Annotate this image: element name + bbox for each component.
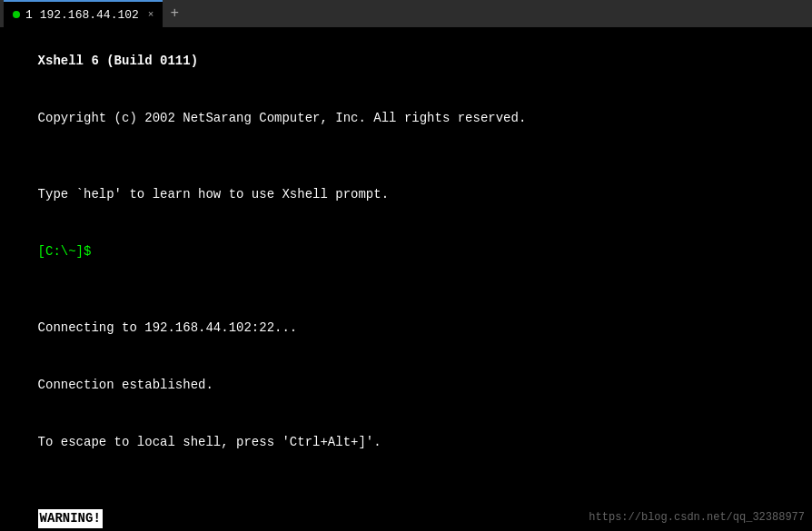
terminal-line-blank-2 <box>7 280 805 300</box>
tab-status-dot <box>13 11 20 18</box>
terminal-prompt-line: [C:\~]$ <box>7 223 805 280</box>
tab-close-button[interactable]: × <box>148 9 154 20</box>
terminal-line-blank-1 <box>7 147 805 166</box>
new-tab-button[interactable]: + <box>164 5 184 22</box>
terminal-line-8: Connection established. <box>7 357 805 414</box>
warning-badge: WARNING! <box>38 509 103 528</box>
terminal-window[interactable]: Xshell 6 (Build 0111) Copyright (c) 2002… <box>0 27 812 531</box>
tab-label: 1 192.168.44.102 <box>25 8 139 22</box>
terminal-line-2: Copyright (c) 2002 NetSarang Computer, I… <box>7 90 805 147</box>
title-bar: 1 192.168.44.102 × + <box>0 0 812 27</box>
terminal-line-9: To escape to local shell, press 'Ctrl+Al… <box>7 414 805 471</box>
terminal-line-7: Connecting to 192.168.44.102:22... <box>7 300 805 357</box>
terminal-line-4: Type `help' to learn how to use Xshell p… <box>7 166 805 223</box>
active-tab[interactable]: 1 192.168.44.102 × <box>4 0 163 27</box>
terminal-line-1: Xshell 6 (Build 0111) <box>7 33 805 90</box>
terminal-line-blank-3 <box>7 471 805 490</box>
watermark: https://blog.csdn.net/qq_32388977 <box>589 511 805 524</box>
